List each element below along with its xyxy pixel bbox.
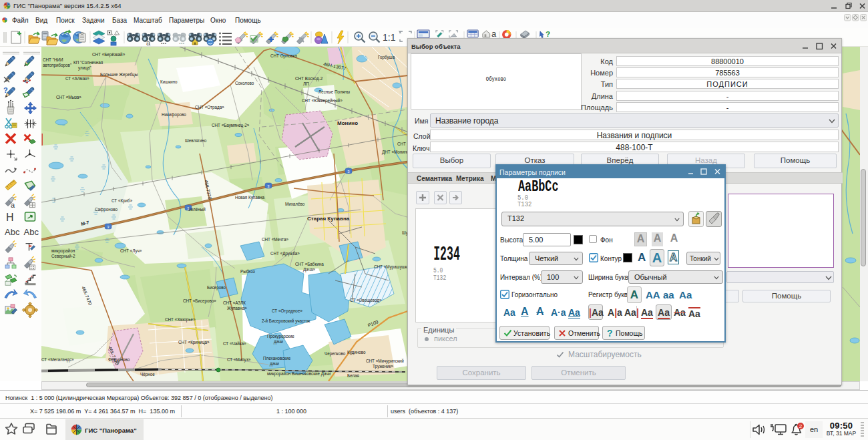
svg-text:СНТ «Мечта»: СНТ «Мечта» xyxy=(262,237,288,242)
svg-text:Белая: Белая xyxy=(347,373,359,378)
svg-text:Новая Купавна: Новая Купавна xyxy=(235,195,265,200)
svg-text:СНТ «Бабкина: СНТ «Бабкина xyxy=(295,262,324,266)
svg-text:СНТ «Баумянец-2»: СНТ «Баумянец-2» xyxy=(212,123,250,128)
svg-text:СТ «Криб»: СТ «Криб» xyxy=(112,198,133,204)
svg-text:Дача»: Дача» xyxy=(303,267,315,272)
svg-text:H: H xyxy=(6,212,14,223)
svg-text:дачи: дачи xyxy=(274,339,283,345)
svg-text:СТ «Мипуз»: СТ «Мипуз» xyxy=(227,357,251,363)
svg-text:Никифорово: Никифорово xyxy=(162,112,186,118)
svg-text:Лесные Поляны: Лесные Поляны xyxy=(318,89,350,94)
svg-text:Монино: Монино xyxy=(337,120,358,126)
svg-text:Шевлягино: Шевлягино xyxy=(185,138,207,143)
svg-text:Чёрное: Чёрное xyxy=(140,372,155,377)
svg-text:Жупавна»: Жупавна» xyxy=(227,306,247,311)
svg-text:СТ «Мегалэндс»: СТ «Мегалэндс» xyxy=(41,357,74,363)
svg-text:СТ «Овощевод»: СТ «Овощевод» xyxy=(350,298,382,303)
svg-text:микрорайон: микрорайон xyxy=(51,248,75,254)
svg-text:a: a xyxy=(11,201,15,209)
svg-text:СНТ «АЗЛК: СНТ «АЗЛК xyxy=(223,300,246,305)
svg-text:2: 2 xyxy=(799,423,803,429)
svg-text:СНТ «Зазорье»: СНТ «Зазорье» xyxy=(165,317,196,322)
svg-text:дачи: дачи xyxy=(270,361,279,367)
svg-text:СНТ «Мурашушка»: СНТ «Мурашушка» xyxy=(374,264,412,270)
svg-text:Старая Купавна: Старая Купавна xyxy=(307,216,350,222)
svg-text:...: ... xyxy=(161,38,167,45)
svg-text:СНТ "НИИ: СНТ "НИИ xyxy=(43,57,63,62)
svg-text:?: ? xyxy=(3,86,8,94)
svg-text:Кудиново: Кудиново xyxy=(347,350,366,355)
svg-text:Кишкино: Кишкино xyxy=(160,79,178,84)
svg-text:Abc: Abc xyxy=(5,227,20,237)
svg-text:СНТ «Отрада»: СНТ «Отрада» xyxy=(195,105,224,110)
svg-text:СНТ «Луч»: СНТ «Луч» xyxy=(120,248,142,254)
svg-text:?: ? xyxy=(546,29,550,38)
svg-text:Труженик»: Труженик» xyxy=(373,364,394,369)
svg-text:Рыбхоз: Рыбхоз xyxy=(240,269,255,274)
svg-text:СНТ Восход-2: СНТ Восход-2 xyxy=(295,76,323,81)
svg-text:Плехановские: Плехановские xyxy=(263,356,291,361)
svg-text:1:1: 1:1 xyxy=(383,32,396,43)
svg-text:Abc: Abc xyxy=(24,227,39,237)
svg-text:СТ «Алмаз»: СТ «Алмаз» xyxy=(65,76,89,81)
svg-text:Северный-2: Северный-2 xyxy=(51,254,75,259)
svg-text:СНТ «Криница»: СНТ «Криница» xyxy=(178,340,210,345)
svg-text:Фёдурново: Фёдурново xyxy=(108,357,130,363)
svg-text:Прокурорские: Прокурорские xyxy=(267,334,294,339)
svg-text:...: ... xyxy=(179,38,185,45)
svg-text:Черепково: Черепково xyxy=(324,351,346,357)
svg-text:СНТ «Бисерово»: СНТ «Бисерово» xyxy=(183,298,216,304)
svg-text:КП "Солнечная: КП "Солнечная xyxy=(73,60,103,65)
svg-text:Горбуша: Горбуша xyxy=(378,55,395,60)
svg-text:СНТ «Мыза»: СНТ «Мыза» xyxy=(56,95,81,99)
svg-text:СНТ «Южкерейный»: СНТ «Южкерейный» xyxy=(302,98,343,103)
svg-text:Зелёный: Зелёный xyxy=(188,207,206,212)
svg-text:ЛП: ЛП xyxy=(303,81,309,86)
svg-text:СНТ «Берёзкай»: СНТ «Берёзкай» xyxy=(92,52,126,57)
svg-text:СТ «Отрадное»: СТ «Отрадное» xyxy=(272,308,302,314)
svg-text:a: a xyxy=(491,29,497,39)
svg-text:a: a xyxy=(146,39,151,47)
svg-text:СНТ «Мичуринский: СНТ «Мичуринский xyxy=(366,359,404,364)
svg-text:2-й Бисеровский участок: 2-й Бисеровский участок xyxy=(262,318,310,324)
svg-text:автоприборов": автоприборов" xyxy=(43,63,71,68)
svg-text:Соколово: Соколово xyxy=(235,81,254,85)
svg-text:Сафроново: Сафроново xyxy=(95,207,118,212)
svg-text:СТ «Чайка»: СТ «Чайка» xyxy=(223,341,246,346)
svg-text:СНТ «Дружба»: СНТ «Дружба» xyxy=(270,251,300,256)
svg-text:Большие Жеребцы: Большие Жеребцы xyxy=(100,72,138,77)
svg-text:Михалёво: Михалёво xyxy=(285,202,305,206)
svg-text:СНТ Орловка: СНТ Орловка xyxy=(270,53,297,59)
svg-text:Бисерово: Бисерово xyxy=(207,285,226,290)
svg-text:микрорайон Вишняковские Дачи: микрорайон Вишняковские Дачи xyxy=(267,371,331,377)
svg-text:улица": улица" xyxy=(78,65,91,71)
